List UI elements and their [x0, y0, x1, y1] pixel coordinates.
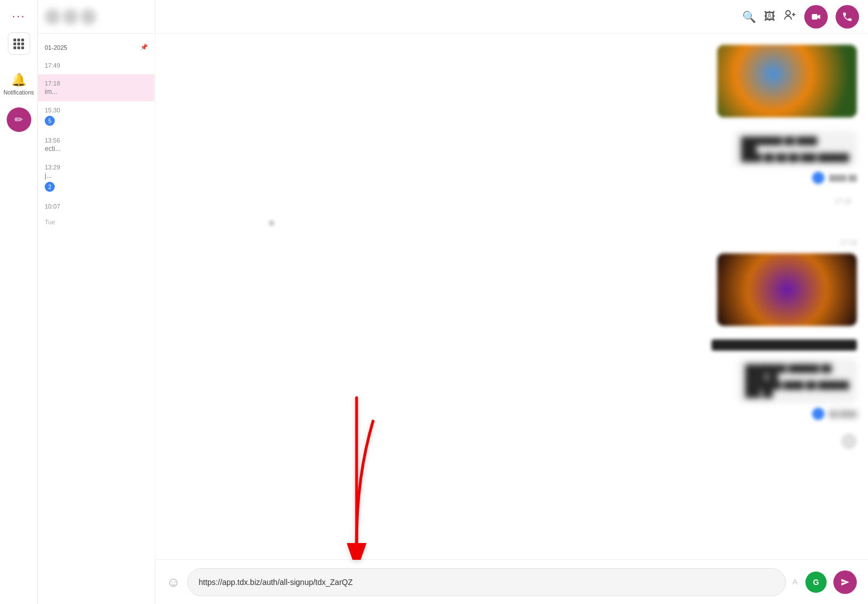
- image-content: [717, 45, 857, 117]
- conv-time: 15:30: [45, 107, 60, 114]
- message-meta: ████ ██: [812, 172, 857, 184]
- avatar-group: [45, 9, 96, 25]
- conv-preview: j...: [45, 172, 134, 180]
- search-icon[interactable]: 🔍: [742, 10, 756, 23]
- message-meta-2: ██ ████: [812, 408, 857, 420]
- sender-avatar: [812, 172, 824, 184]
- chat-topbar: 🔍 🖼: [155, 0, 868, 34]
- send-icon: [841, 578, 850, 587]
- dot-indicator: [269, 219, 274, 225]
- add-person-icon[interactable]: [783, 8, 796, 25]
- conv-item-header: 10:07: [45, 203, 148, 210]
- chat-main: 🔍 🖼: [155, 0, 868, 604]
- conv-time: 17:18: [45, 80, 60, 87]
- list-item[interactable]: 13:56 ecti...: [38, 131, 155, 158]
- conv-header: [38, 0, 155, 34]
- message-image: [717, 45, 857, 117]
- conv-preview: ecti...: [45, 145, 134, 153]
- message-reactions: ████ ██: [829, 174, 857, 181]
- message-text: ████████ ██ ███████████ ██ ██ ██ ███ ███…: [733, 131, 857, 167]
- emoji-button[interactable]: ☺: [167, 574, 181, 590]
- reaction-text: ██ ████: [829, 410, 857, 417]
- grid-apps-button[interactable]: [8, 32, 30, 55]
- svg-point-0: [786, 11, 790, 15]
- menu-dots[interactable]: ···: [7, 4, 30, 28]
- message-group: ████████ ██████ ██████ █████████ ████ ██…: [189, 339, 857, 420]
- compose-icon: ✏: [15, 114, 23, 126]
- message-time: 17:18: [840, 239, 857, 247]
- ai-hint-label: A: [793, 578, 798, 586]
- conv-item-header: 15:30: [45, 107, 148, 114]
- day-label: Tue: [38, 215, 155, 226]
- message-text-2: ████████ ██████ ██████ █████████ ████ ██…: [737, 358, 857, 403]
- grammarly-button[interactable]: G: [805, 572, 827, 593]
- unread-badge: 5: [45, 116, 55, 126]
- conv-item-header: 17:49: [45, 62, 148, 69]
- send-button[interactable]: [833, 570, 857, 594]
- avatar-1: [45, 9, 60, 25]
- message-input[interactable]: [187, 568, 786, 596]
- list-item[interactable]: 17:49: [38, 56, 155, 74]
- messages-area: ████████ ██ ███████████ ██ ██ ██ ███ ███…: [155, 34, 868, 559]
- conv-date: 01-2025: [45, 44, 67, 51]
- image-content-2: [717, 253, 857, 326]
- far-sidebar: ··· 🔔 Notifications ✏: [0, 0, 38, 604]
- conv-time: 10:07: [45, 203, 60, 210]
- message-group: ████████ ██ ███████████ ██ ██ ██ ███ ███…: [189, 131, 857, 184]
- message-group: [189, 45, 857, 117]
- conv-item-header: 01-2025 📌: [45, 44, 148, 51]
- compose-button[interactable]: ✏: [7, 107, 31, 132]
- conv-item-header: 13:29: [45, 164, 148, 171]
- list-item-active[interactable]: 17:18 im...: [38, 74, 155, 101]
- conv-preview: im...: [45, 88, 134, 96]
- list-item[interactable]: 01-2025 📌: [38, 38, 155, 56]
- list-item[interactable]: 15:30 5: [38, 101, 155, 131]
- conversation-sidebar: 01-2025 📌 17:49 17:18 im... 15:30 5: [38, 0, 155, 604]
- message-image-2: [717, 253, 857, 326]
- sender-avatar-2: [812, 408, 824, 420]
- avatar-2: [63, 9, 78, 25]
- notifications-nav-item[interactable]: 🔔 Notifications: [1, 68, 36, 101]
- pin-icon: 📌: [140, 44, 148, 51]
- conv-time: 13:56: [45, 137, 60, 144]
- list-item[interactable]: 10:07: [38, 197, 155, 215]
- avatar-3: [80, 9, 96, 25]
- bell-icon: 🔔: [11, 73, 26, 87]
- phone-call-button[interactable]: [836, 5, 859, 29]
- image-gallery-icon[interactable]: 🖼: [764, 10, 775, 23]
- message-status-icon: [841, 433, 857, 449]
- input-bar: ☺ A G: [155, 559, 868, 604]
- conv-item-header: 13:56: [45, 137, 148, 144]
- unread-badge: 2: [45, 182, 55, 192]
- grammarly-icon: G: [813, 578, 819, 587]
- message-group: 17:18: [189, 239, 857, 326]
- grid-icon: [13, 39, 24, 49]
- conv-time: 13:29: [45, 164, 60, 171]
- message-timestamp: 17:18: [834, 197, 857, 205]
- list-item[interactable]: 13:29 j... 2: [38, 158, 155, 197]
- video-call-button[interactable]: [804, 5, 828, 29]
- conversation-list: 01-2025 📌 17:49 17:18 im... 15:30 5: [38, 34, 155, 604]
- message-header-bar: [712, 339, 857, 351]
- conv-item-header: 17:18: [45, 80, 148, 87]
- conv-time: 17:49: [45, 62, 60, 69]
- notifications-label: Notifications: [3, 89, 34, 96]
